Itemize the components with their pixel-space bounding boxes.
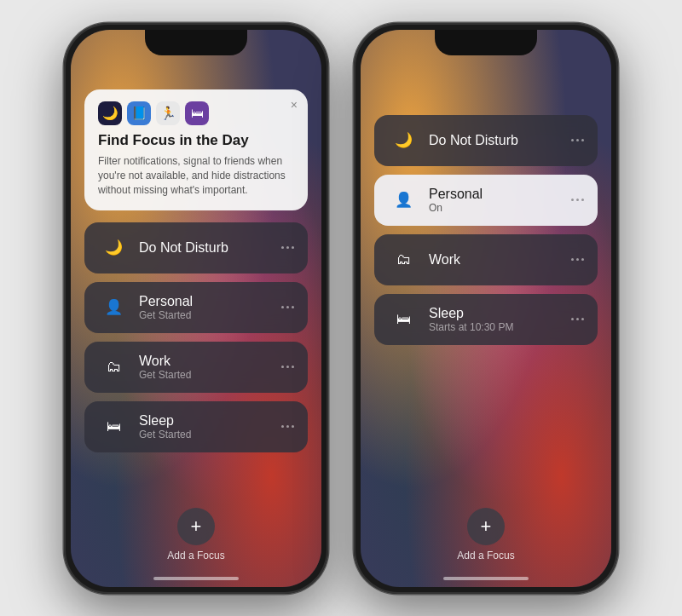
screen-content-left: 🌙 📘 🏃 🛏 Find Focus in the Day Filter not… (71, 30, 321, 587)
focus-name-sleep-left: Sleep (139, 413, 271, 429)
focus-sub-personal-left: Get Started (139, 309, 271, 321)
focus-sub-sleep-right: Starts at 10:30 PM (429, 321, 561, 333)
add-focus-left[interactable]: + Add a Focus (84, 503, 308, 561)
info-card-icons: 🌙 📘 🏃 🛏 (98, 101, 294, 125)
focus-more-dnd-right[interactable] (571, 139, 585, 142)
info-icon-book: 📘 (127, 101, 151, 125)
focus-name-work-left: Work (139, 354, 271, 369)
focus-item-work-left[interactable]: 🗂 Work Get Started (84, 342, 308, 393)
focus-name-dnd-left: Do Not Disturb (139, 240, 271, 256)
focus-more-sleep-right[interactable] (571, 318, 585, 321)
info-icon-run: 🏃 (156, 101, 180, 125)
focus-item-personal-right[interactable]: 👤 Personal On (374, 175, 598, 226)
focus-sub-personal-right: On (429, 202, 561, 214)
phone-left-screen: 🌙 📘 🏃 🛏 Find Focus in the Day Filter not… (71, 30, 321, 587)
focus-item-sleep-right[interactable]: 🛏 Sleep Starts at 10:30 PM (374, 294, 598, 345)
focus-item-personal-left[interactable]: 👤 Personal Get Started (84, 282, 308, 333)
info-card-title: Find Focus in the Day (98, 132, 294, 149)
focus-name-personal-left: Personal (139, 294, 271, 309)
focus-more-work-left[interactable] (281, 366, 295, 369)
add-focus-button-right[interactable]: + (467, 508, 505, 545)
notch-left (145, 30, 247, 55)
focus-icon-personal-left: 👤 (98, 292, 129, 323)
home-indicator-right (443, 577, 529, 580)
focus-icon-moon-right: 🌙 (388, 125, 419, 156)
info-icon-moon: 🌙 (98, 101, 122, 125)
focus-item-sleep-left[interactable]: 🛏 Sleep Get Started (84, 401, 308, 452)
phone-right: 🌙 Do Not Disturb 👤 Personal On (354, 23, 618, 594)
add-focus-button-left[interactable]: + (177, 508, 215, 545)
focus-name-personal-right: Personal (429, 187, 561, 202)
focus-more-dnd-left[interactable] (281, 246, 295, 250)
focus-item-work-right[interactable]: 🗂 Work (374, 234, 598, 285)
focus-icon-personal-right: 👤 (388, 185, 419, 216)
home-indicator-left (153, 577, 239, 580)
focus-item-do-not-disturb-right[interactable]: 🌙 Do Not Disturb (374, 115, 598, 166)
focus-name-sleep-right: Sleep (429, 306, 561, 321)
add-focus-label-right: Add a Focus (457, 550, 514, 561)
focus-item-do-not-disturb-left[interactable]: 🌙 Do Not Disturb (84, 222, 308, 273)
focus-icon-work-right: 🗂 (388, 245, 419, 275)
info-card-close-button[interactable]: × (291, 98, 298, 112)
focus-icon-sleep-right: 🛏 (388, 304, 419, 335)
add-focus-right[interactable]: + Add a Focus (374, 503, 598, 561)
focus-more-work-right[interactable] (571, 258, 585, 262)
focus-name-dnd-right: Do Not Disturb (429, 133, 561, 148)
focus-sub-work-left: Get Started (139, 369, 271, 381)
notch-right (435, 30, 537, 55)
phones-container: 🌙 📘 🏃 🛏 Find Focus in the Day Filter not… (64, 23, 618, 594)
screen-content-right: 🌙 Do Not Disturb 👤 Personal On (361, 30, 611, 587)
info-card-description: Filter notifications, signal to friends … (98, 154, 294, 199)
info-card: 🌙 📘 🏃 🛏 Find Focus in the Day Filter not… (84, 89, 308, 210)
add-focus-label-left: Add a Focus (167, 550, 224, 561)
focus-icon-sleep-left: 🛏 (98, 412, 129, 442)
focus-more-personal-right[interactable] (571, 199, 585, 202)
focus-name-work-right: Work (429, 252, 561, 268)
focus-sub-sleep-left: Get Started (139, 429, 271, 440)
phone-right-screen: 🌙 Do Not Disturb 👤 Personal On (361, 30, 611, 587)
info-icon-bed: 🛏 (185, 101, 209, 125)
focus-more-personal-left[interactable] (281, 306, 295, 309)
focus-icon-work-left: 🗂 (98, 352, 129, 383)
focus-icon-moon-left: 🌙 (98, 233, 129, 263)
focus-more-sleep-left[interactable] (281, 425, 295, 429)
phone-left: 🌙 📘 🏃 🛏 Find Focus in the Day Filter not… (64, 23, 328, 594)
